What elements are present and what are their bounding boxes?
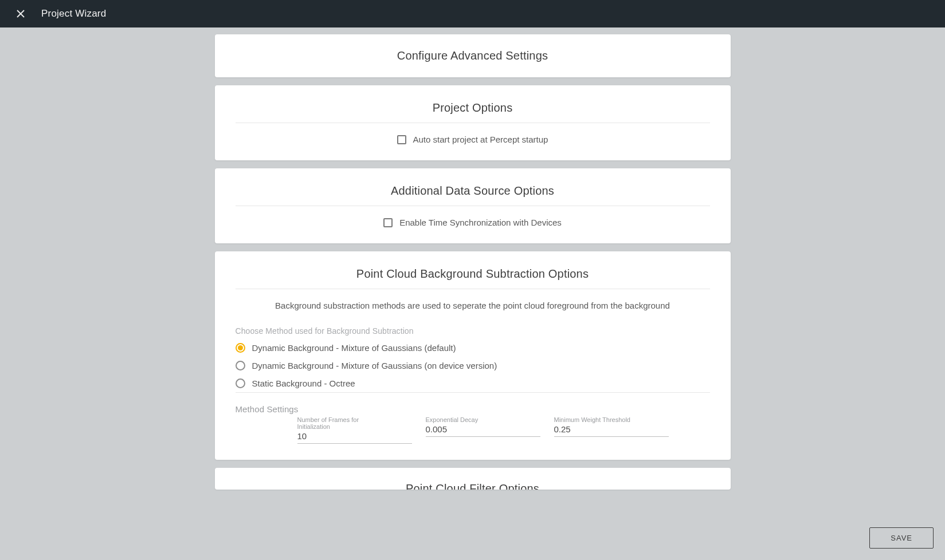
radio-icon[interactable]	[236, 343, 245, 353]
bg-sub-choose-label: Choose Method used for Background Subtra…	[236, 326, 710, 336]
topbar: Project Wizard	[0, 0, 945, 27]
auto-start-checkbox-row[interactable]: Auto start project at Percept startup	[236, 135, 710, 144]
frames-field: Number of Frames for Initialization	[297, 416, 412, 444]
page-title: Project Wizard	[41, 8, 106, 19]
frames-label: Number of Frames for Initialization	[297, 416, 378, 430]
weight-input[interactable]	[554, 423, 669, 437]
divider	[236, 289, 710, 289]
card-project-options: Project Options Auto start project at Pe…	[215, 85, 731, 160]
bg-method-label-0: Dynamic Background - Mixture of Gaussian…	[252, 343, 456, 353]
method-settings-label: Method Settings	[236, 404, 710, 414]
decay-label: Exponential Decay	[426, 416, 540, 423]
auto-start-label: Auto start project at Percept startup	[413, 135, 548, 144]
bg-method-label-2: Static Background - Octree	[252, 378, 355, 388]
card-project-options-title: Project Options	[236, 101, 710, 115]
weight-label: Minimum Weight Threshold	[554, 416, 669, 423]
auto-start-checkbox[interactable]	[397, 135, 406, 144]
card-advanced-settings: Configure Advanced Settings	[215, 34, 731, 77]
card-advanced-title: Configure Advanced Settings	[236, 49, 710, 62]
time-sync-label: Enable Time Synchronization with Devices	[399, 218, 562, 227]
radio-icon[interactable]	[236, 361, 245, 370]
card-filter-title: Point Cloud Filter Options	[406, 482, 539, 490]
weight-field: Minimum Weight Threshold	[554, 416, 669, 444]
method-settings-fields: Number of Frames for Initialization Expo…	[236, 416, 710, 444]
divider	[236, 206, 710, 206]
divider	[236, 392, 710, 393]
time-sync-checkbox-row[interactable]: Enable Time Synchronization with Devices	[236, 218, 710, 227]
card-bg-sub-title: Point Cloud Background Subtraction Optio…	[236, 267, 710, 281]
save-button[interactable]: SAVE	[869, 527, 934, 549]
bg-method-radio-2[interactable]: Static Background - Octree	[236, 374, 710, 392]
card-data-source-options: Additional Data Source Options Enable Ti…	[215, 168, 731, 243]
bg-method-radio-0[interactable]: Dynamic Background - Mixture of Gaussian…	[236, 339, 710, 357]
card-bg-subtraction: Point Cloud Background Subtraction Optio…	[215, 251, 731, 460]
bg-sub-description: Background substraction methods are used…	[236, 301, 710, 310]
radio-icon[interactable]	[236, 378, 245, 388]
bg-method-radio-1[interactable]: Dynamic Background - Mixture of Gaussian…	[236, 357, 710, 374]
divider	[236, 123, 710, 123]
decay-field: Exponential Decay	[426, 416, 540, 444]
frames-input[interactable]	[297, 430, 412, 444]
decay-input[interactable]	[426, 423, 540, 437]
close-icon[interactable]	[13, 6, 29, 22]
card-filter-options: Point Cloud Filter Options	[215, 468, 731, 490]
time-sync-checkbox[interactable]	[383, 218, 393, 227]
card-data-source-title: Additional Data Source Options	[236, 184, 710, 198]
bg-method-label-1: Dynamic Background - Mixture of Gaussian…	[252, 361, 497, 370]
content-area: Configure Advanced Settings Project Opti…	[0, 27, 945, 560]
